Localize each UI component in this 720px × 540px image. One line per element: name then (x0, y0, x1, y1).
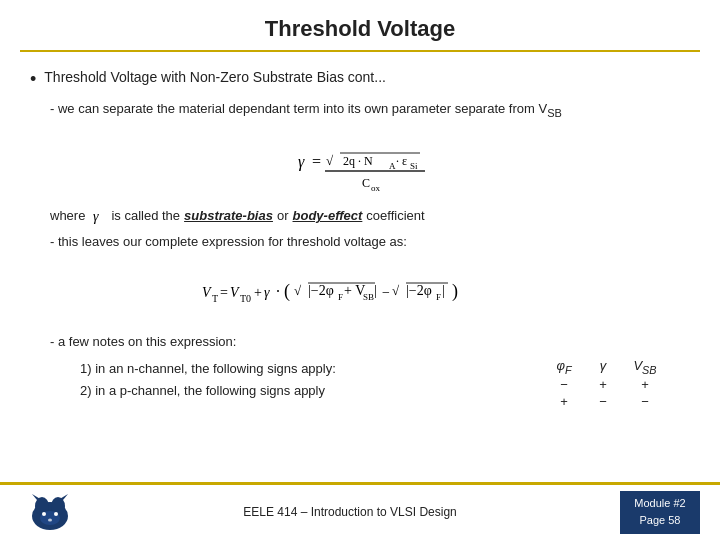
signs-n-row: − + + (552, 377, 660, 392)
sub-line-1: - we can separate the material dependant… (50, 99, 690, 121)
svg-text:·: · (276, 283, 280, 300)
svg-text:γ: γ (264, 285, 270, 300)
svg-text:(: ( (284, 281, 290, 302)
bullet-text: Threshold Voltage with Non-Zero Substrat… (44, 68, 386, 88)
bullet-point: • (30, 69, 36, 91)
gamma-desc5: coefficient (366, 208, 424, 223)
substrate-bias-text: substrate-bias (184, 208, 273, 223)
svg-marker-39 (58, 494, 68, 500)
svg-text:γ: γ (93, 209, 99, 224)
svg-text:−: − (382, 285, 390, 300)
body-effect-text: body-effect (293, 208, 363, 223)
page-title: Threshold Voltage (20, 0, 700, 52)
signs-header-row: φF γ VSB (552, 358, 660, 376)
svg-text:√: √ (294, 283, 302, 298)
svg-text:|−2φ: |−2φ (308, 283, 334, 298)
svg-text:2q · N: 2q · N (343, 154, 373, 168)
sign-p-phi: + (552, 394, 576, 409)
footer-center-text: EELE 414 – Introduction to VLSI Design (243, 505, 456, 519)
svg-text:√: √ (326, 153, 334, 168)
svg-text:· ε: · ε (396, 154, 407, 168)
sign-header-gamma: γ (594, 358, 612, 376)
vt-formula: V T = V T0 + γ · ( √ |−2φ F + V SB | − (30, 265, 690, 324)
svg-text:=: = (312, 153, 321, 170)
svg-text:√: √ (392, 283, 400, 298)
footer-module-line1: Module #2 (630, 495, 690, 513)
svg-text:=: = (220, 285, 228, 300)
vt-formula-svg: V T = V T0 + γ · ( √ |−2φ F + V SB | − (200, 265, 520, 321)
svg-text:F: F (338, 292, 343, 302)
svg-text:+: + (254, 285, 262, 300)
svg-text:Si: Si (410, 161, 418, 171)
svg-text:|: | (442, 283, 445, 298)
sub-line-3: - a few notes on this expression: (50, 332, 690, 352)
svg-marker-38 (32, 494, 42, 500)
svg-text:): ) (452, 281, 458, 302)
svg-text:A: A (389, 161, 396, 171)
sign-header-phi: φF (552, 358, 576, 376)
where-label: where (50, 208, 85, 223)
footer-bar: EELE 414 – Introduction to VLSI Design M… (0, 482, 720, 540)
svg-text:T0: T0 (240, 293, 251, 304)
signs-block: φF γ VSB − + + + − − (552, 358, 660, 410)
svg-point-43 (48, 519, 52, 522)
sign-header-vsb: VSB (630, 358, 660, 376)
channel1-text: 1) in an n-channel, the following signs … (80, 358, 552, 380)
footer-module-box: Module #2 Page 58 (620, 491, 700, 534)
sign-n-gamma: + (594, 377, 612, 392)
page-container: Threshold Voltage • Threshold Voltage wi… (0, 0, 720, 540)
gamma-desc1: is called the (111, 208, 180, 223)
svg-text:F: F (436, 292, 441, 302)
gamma-desc3: or (277, 208, 289, 223)
channel-section: 1) in an n-channel, the following signs … (30, 358, 690, 410)
svg-text:ox: ox (371, 183, 381, 193)
channel2-text: 2) in a p-channel, the following signs a… (80, 380, 552, 402)
gamma-symbol-inline: γ (91, 206, 105, 226)
svg-text:T: T (212, 293, 218, 304)
svg-text:V: V (230, 285, 240, 300)
svg-point-41 (42, 512, 46, 516)
where-line: where γ is called the substrate-bias or … (50, 206, 690, 226)
sign-n-phi: − (552, 377, 576, 392)
svg-point-42 (54, 512, 58, 516)
svg-text:|: | (374, 283, 377, 298)
sign-n-vsb: + (630, 377, 660, 392)
sign-p-gamma: − (594, 394, 612, 409)
svg-text:C: C (362, 176, 370, 190)
signs-p-row: + − − (552, 394, 660, 409)
gamma-formula-svg: γ = √ 2q · N A · ε Si C ox (280, 135, 440, 195)
svg-text:V: V (202, 285, 212, 300)
logo-svg (20, 494, 80, 530)
svg-text:γ: γ (298, 153, 305, 171)
footer-logo (20, 494, 80, 530)
vsb-subscript: SB (547, 106, 562, 118)
channel-text-block: 1) in an n-channel, the following signs … (50, 358, 552, 402)
svg-text:|−2φ: |−2φ (406, 283, 432, 298)
content-area: • Threshold Voltage with Non-Zero Substr… (0, 52, 720, 482)
sub-line-2: - this leaves our complete expression fo… (50, 232, 690, 252)
footer-module-line2: Page 58 (630, 512, 690, 530)
bullet-header: • Threshold Voltage with Non-Zero Substr… (30, 68, 690, 91)
svg-text:SB: SB (363, 292, 374, 302)
gamma-formula: γ = √ 2q · N A · ε Si C ox (30, 135, 690, 198)
sign-p-vsb: − (630, 394, 660, 409)
